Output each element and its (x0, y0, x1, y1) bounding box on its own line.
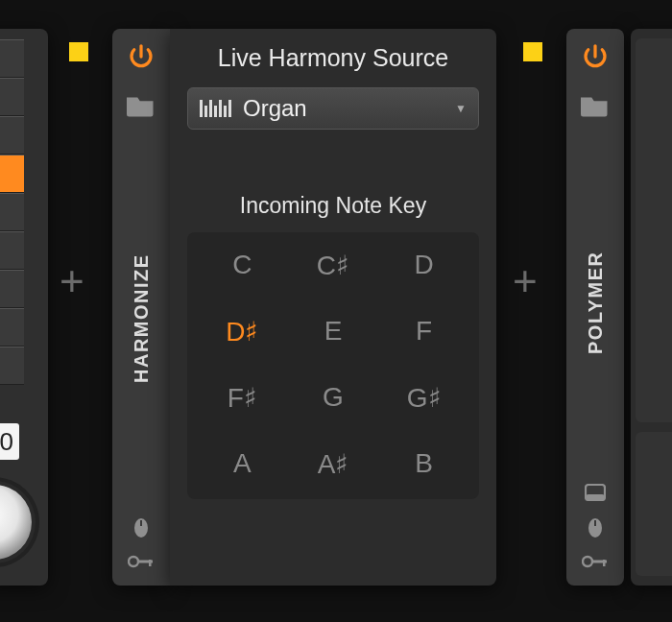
right-segment (636, 432, 672, 576)
device-strip-polymer: POLYMER (566, 29, 624, 586)
note-key-B[interactable]: B (397, 448, 451, 480)
knob[interactable] (0, 485, 32, 560)
harmony-panel: Live Harmony Source Organ ▼ Incoming Not… (170, 29, 496, 586)
note-key-Fsharp[interactable]: F♯ (215, 382, 269, 414)
section-title: Incoming Note Key (187, 193, 479, 219)
add-device-button-right[interactable]: + (513, 257, 538, 305)
marker-left (69, 42, 88, 61)
level-cell[interactable] (0, 308, 24, 347)
level-cell[interactable] (0, 116, 24, 155)
level-cell[interactable] (0, 270, 24, 308)
dropdown-selected-label: Organ (243, 95, 444, 122)
note-key-Asharp[interactable]: A♯ (306, 448, 360, 480)
svg-rect-11 (603, 560, 606, 566)
level-cell[interactable] (0, 193, 24, 231)
right-module (631, 29, 672, 586)
panel-title: Live Harmony Source (187, 44, 479, 72)
marker-right (523, 42, 542, 61)
folder-icon[interactable] (581, 92, 610, 121)
note-key-Gsharp[interactable]: G♯ (397, 382, 451, 414)
device-label-harmonize: HARMONIZE (131, 121, 153, 516)
note-key-D[interactable]: D (397, 250, 451, 281)
window-icon[interactable] (585, 484, 606, 501)
power-icon[interactable] (127, 42, 156, 75)
left-module: 0 (0, 29, 48, 586)
level-cell[interactable] (0, 78, 24, 116)
mouse-icon[interactable] (132, 516, 150, 539)
note-key-Csharp[interactable]: C♯ (306, 250, 360, 281)
svg-rect-4 (149, 560, 152, 566)
note-key-E[interactable]: E (306, 316, 360, 347)
note-key-Dsharp[interactable]: D♯ (215, 316, 269, 347)
device-label-polymer: POLYMER (585, 121, 607, 484)
note-key-C[interactable]: C (215, 250, 269, 281)
svg-point-2 (129, 557, 138, 566)
mouse-icon[interactable] (587, 516, 604, 539)
folder-icon[interactable] (127, 92, 156, 121)
device-strip-harmonize: HARMONIZE (112, 29, 170, 586)
level-cell[interactable] (0, 39, 24, 78)
keyboard-icon (200, 100, 231, 117)
svg-rect-6 (586, 494, 605, 500)
note-key-grid: CC♯DD♯EFF♯GG♯AA♯B (187, 232, 479, 499)
note-key-G[interactable]: G (306, 382, 360, 414)
svg-rect-1 (140, 520, 142, 526)
right-segment (636, 38, 672, 422)
note-key-A[interactable]: A (215, 448, 269, 480)
harmony-source-dropdown[interactable]: Organ ▼ (187, 87, 479, 130)
svg-rect-8 (594, 520, 596, 526)
key-icon[interactable] (582, 555, 609, 568)
level-cell[interactable] (0, 347, 24, 385)
level-cells (0, 39, 24, 385)
note-key-F[interactable]: F (397, 316, 451, 347)
key-icon[interactable] (128, 555, 155, 568)
level-cell-active[interactable] (0, 155, 24, 193)
number-box[interactable]: 0 (0, 423, 19, 460)
power-icon[interactable] (581, 42, 610, 75)
chevron-down-icon: ▼ (455, 102, 467, 115)
add-device-button-left[interactable]: + (60, 257, 84, 305)
level-cell[interactable] (0, 231, 24, 270)
svg-point-9 (583, 557, 592, 566)
